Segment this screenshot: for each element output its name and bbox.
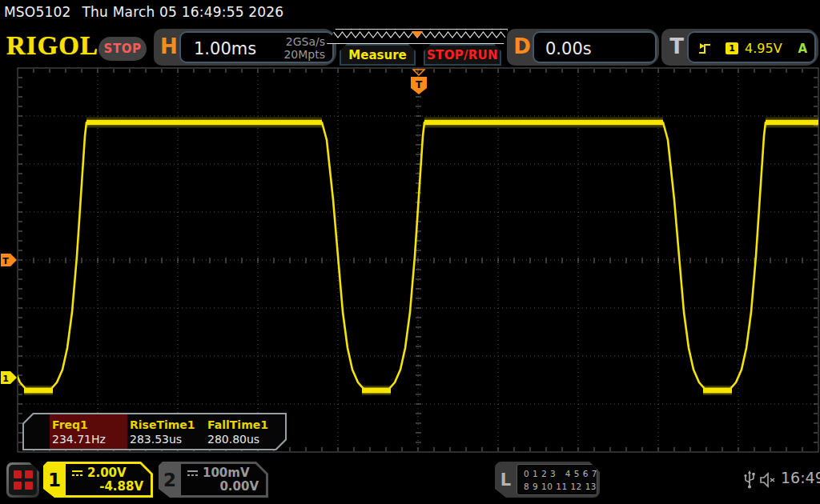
measurement-risetime1[interactable]: RiseTime1 283.53us: [127, 414, 205, 449]
model-name: MSO5102: [4, 4, 71, 20]
delay-value: 0.00s: [545, 39, 592, 58]
delay-box: 0.00s: [533, 31, 657, 63]
measurement-panel: Freq1 234.71Hz RiseTime1 283.53us FallTi…: [22, 413, 287, 450]
horizontal-label: H: [159, 34, 179, 58]
memory-depth: 20Mpts: [283, 48, 325, 61]
trigger-position-marker[interactable]: T: [411, 70, 427, 94]
timebase-value: 1.00ms: [194, 39, 256, 58]
trigger-mode: A: [798, 42, 807, 56]
stop-run-button[interactable]: STOP/RUN: [424, 44, 501, 66]
measure-button[interactable]: Measure: [340, 44, 416, 66]
trigger-settings[interactable]: T 1 4.95V A: [661, 29, 818, 66]
memory-trigger-pointer: [412, 31, 423, 38]
trigger-label: T: [666, 34, 687, 58]
horizontal-settings[interactable]: H 1.00ms 2GSa/s 20Mpts: [154, 29, 336, 66]
memory-position-bar[interactable]: [327, 29, 508, 44]
run-state-badge: STOP: [98, 37, 147, 61]
trigger-level-marker[interactable]: T: [1, 254, 17, 266]
rigol-logo: RIGOL: [6, 33, 98, 59]
trigger-box: 1 4.95V A: [687, 31, 816, 63]
measurement-label: FallTime1: [207, 418, 283, 432]
horizontal-box: 1.00ms 2GSa/s 20Mpts: [179, 31, 334, 63]
sample-rate: 2GSa/s: [283, 35, 325, 48]
status-line: MSO5102Thu March 05 16:49:55 2026: [4, 4, 283, 20]
measurement-label: Freq1: [52, 418, 127, 432]
delay-settings[interactable]: D 0.00s: [507, 29, 659, 66]
measurement-value: 234.71Hz: [52, 432, 127, 447]
channel1-waveform: [0, 122, 820, 391]
svg-text:T: T: [2, 256, 9, 266]
channel1-ground-marker[interactable]: 1: [1, 371, 17, 384]
trigger-level-value: 4.95V: [745, 41, 782, 56]
delay-label: D: [512, 34, 533, 58]
measurement-freq1[interactable]: Freq1 234.71Hz: [50, 414, 127, 449]
measurement-label: RiseTime1: [130, 418, 205, 432]
edge-trigger-icon: [698, 42, 712, 55]
measurement-falltime1[interactable]: FallTime1 280.80us: [205, 414, 283, 449]
trigger-source-badge: 1: [726, 42, 738, 54]
svg-text:1: 1: [2, 374, 9, 384]
acquisition-rates: 2GSa/s 20Mpts: [283, 35, 325, 61]
datetime: Thu March 05 16:49:55 2026: [82, 4, 284, 20]
measurement-value: 280.80us: [207, 432, 283, 447]
svg-text:T: T: [416, 79, 423, 90]
measurement-value: 283.53us: [130, 432, 205, 447]
oscilloscope-screen: T T 1 MSO5102Thu March 05 16:49:55 2026 …: [0, 0, 820, 504]
